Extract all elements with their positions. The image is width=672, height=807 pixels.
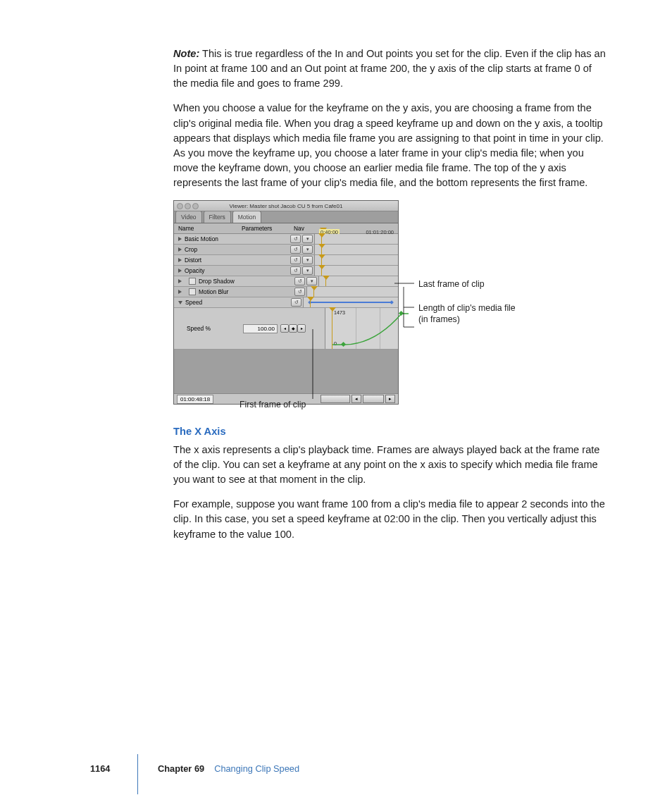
figure-viewer-motion: Viewer: Master shot Jacob CU 5 from Cafe… xyxy=(173,200,609,405)
callout-length-line2: (in frames) xyxy=(418,314,460,326)
footer-divider xyxy=(137,754,138,794)
chapter-label: Chapter 69 xyxy=(158,763,204,776)
page-number: 1164 xyxy=(90,763,158,776)
chapter-title: Changing Clip Speed xyxy=(214,763,299,776)
note-text: This is true regardless of the In and Ou… xyxy=(173,48,606,89)
callout-last-frame: Last frame of clip xyxy=(418,278,485,291)
note-paragraph: Note: This is true regardless of the In … xyxy=(173,47,609,91)
callout-first-frame: First frame of clip xyxy=(239,399,306,412)
paragraph-2: When you choose a value for the keyframe… xyxy=(173,101,609,190)
note-label: Note: xyxy=(173,48,199,59)
section-heading-x-axis: The X Axis xyxy=(173,424,609,439)
paragraph-3: The x axis represents a clip's playback … xyxy=(173,443,609,487)
page-footer: 1164 Chapter 69 Changing Clip Speed xyxy=(90,763,609,776)
paragraph-4: For example, suppose you want frame 100 … xyxy=(173,497,609,541)
